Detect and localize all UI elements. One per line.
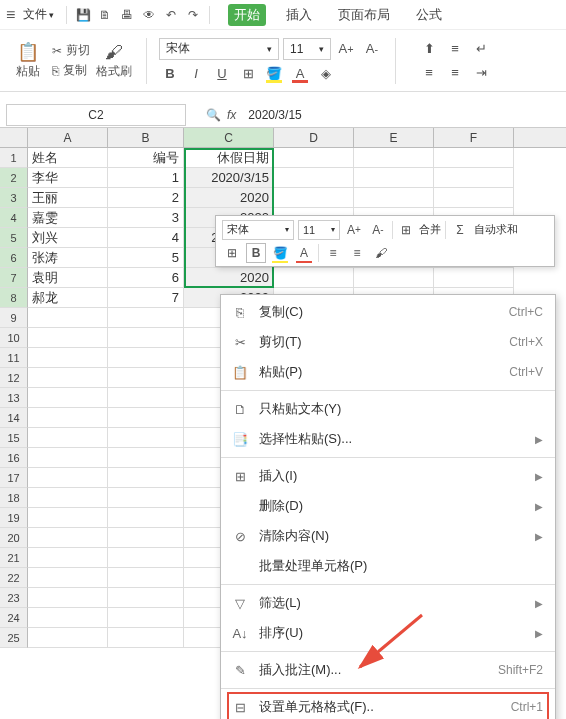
cell[interactable] xyxy=(28,568,108,588)
fx-icon[interactable]: fx xyxy=(227,108,236,122)
cell[interactable]: 4 xyxy=(108,228,184,248)
row-header[interactable]: 16 xyxy=(0,448,28,468)
row-header[interactable]: 25 xyxy=(0,628,28,648)
context-menu-item[interactable]: 批量处理单元格(P) xyxy=(221,551,555,581)
cell[interactable] xyxy=(108,508,184,528)
mini-font-color[interactable]: A xyxy=(294,243,314,263)
mini-font-dec[interactable]: A- xyxy=(368,220,388,240)
row-header[interactable]: 5 xyxy=(0,228,28,248)
cell[interactable]: 6 xyxy=(108,268,184,288)
formula-input[interactable]: 2020/3/15 xyxy=(242,104,566,126)
cell[interactable] xyxy=(28,508,108,528)
cell[interactable]: 袁明 xyxy=(28,268,108,288)
cell[interactable] xyxy=(28,608,108,628)
underline-button[interactable]: U xyxy=(211,64,233,84)
cell[interactable] xyxy=(108,548,184,568)
mini-size-select[interactable]: 11▾ xyxy=(298,220,340,240)
mini-format-painter[interactable]: 🖌 xyxy=(371,243,391,263)
row-header[interactable]: 4 xyxy=(0,208,28,228)
preview-icon[interactable]: 👁 xyxy=(139,5,159,25)
cell[interactable]: 李华 xyxy=(28,168,108,188)
redo-icon[interactable]: ↷ xyxy=(183,5,203,25)
cell[interactable] xyxy=(28,308,108,328)
bold-button[interactable]: B xyxy=(159,64,181,84)
mini-autosum-button[interactable]: Σ xyxy=(450,220,470,240)
row-header[interactable]: 14 xyxy=(0,408,28,428)
row-header[interactable]: 1 xyxy=(0,148,28,168)
cell[interactable] xyxy=(28,548,108,568)
copy-button[interactable]: ⎘复制 xyxy=(52,62,90,80)
cell[interactable]: 郝龙 xyxy=(28,288,108,308)
cell[interactable] xyxy=(28,388,108,408)
cell[interactable] xyxy=(434,268,514,288)
cut-button[interactable]: ✂剪切 xyxy=(52,42,90,60)
row-header[interactable]: 11 xyxy=(0,348,28,368)
font-increase-button[interactable]: A+ xyxy=(335,39,357,59)
cell[interactable] xyxy=(108,588,184,608)
row-header[interactable]: 7 xyxy=(0,268,28,288)
cell[interactable] xyxy=(108,388,184,408)
row-header[interactable]: 17 xyxy=(0,468,28,488)
col-header-F[interactable]: F xyxy=(434,128,514,147)
cell[interactable]: 2020 xyxy=(184,188,274,208)
cell[interactable]: 休假日期 xyxy=(184,148,274,168)
align-middle-button[interactable]: ≡ xyxy=(444,39,466,59)
context-menu-item[interactable]: 🗋 只粘贴文本(Y) xyxy=(221,394,555,424)
cell[interactable] xyxy=(28,468,108,488)
cell[interactable] xyxy=(108,568,184,588)
row-header[interactable]: 24 xyxy=(0,608,28,628)
paste-button[interactable]: 📋 粘贴 xyxy=(8,38,48,84)
search-icon[interactable]: 🔍 xyxy=(206,108,221,122)
cell[interactable]: 姓名 xyxy=(28,148,108,168)
file-menu[interactable]: 文件 ▾ xyxy=(23,6,54,23)
mini-font-select[interactable]: 宋体▾ xyxy=(222,220,294,240)
cell[interactable] xyxy=(108,628,184,648)
cell[interactable] xyxy=(354,268,434,288)
select-all-corner[interactable] xyxy=(0,128,28,147)
cell[interactable]: 编号 xyxy=(108,148,184,168)
cell[interactable]: 王丽 xyxy=(28,188,108,208)
context-menu-item[interactable]: 📋 粘贴(P) Ctrl+V xyxy=(221,357,555,387)
col-header-D[interactable]: D xyxy=(274,128,354,147)
row-header[interactable]: 3 xyxy=(0,188,28,208)
align-left-button[interactable]: ≡ xyxy=(418,63,440,83)
cell[interactable] xyxy=(274,148,354,168)
cell[interactable] xyxy=(28,348,108,368)
row-header[interactable]: 2 xyxy=(0,168,28,188)
row-header[interactable]: 21 xyxy=(0,548,28,568)
cell[interactable] xyxy=(354,148,434,168)
cell[interactable] xyxy=(434,148,514,168)
tab-start[interactable]: 开始 xyxy=(228,4,266,26)
mini-fill-color[interactable]: 🪣 xyxy=(270,243,290,263)
cell[interactable] xyxy=(274,188,354,208)
cell[interactable] xyxy=(108,488,184,508)
row-header[interactable]: 18 xyxy=(0,488,28,508)
row-header[interactable]: 15 xyxy=(0,428,28,448)
cell[interactable] xyxy=(108,468,184,488)
cell[interactable] xyxy=(28,368,108,388)
col-header-C[interactable]: C xyxy=(184,128,274,147)
row-header[interactable]: 8 xyxy=(0,288,28,308)
cell[interactable] xyxy=(354,188,434,208)
cell[interactable] xyxy=(108,328,184,348)
col-header-B[interactable]: B xyxy=(108,128,184,147)
fill-color-button[interactable]: 🪣 xyxy=(263,64,285,84)
context-menu-item[interactable]: ⊞ 插入(I) ▶ xyxy=(221,461,555,491)
row-header[interactable]: 19 xyxy=(0,508,28,528)
cell[interactable] xyxy=(28,408,108,428)
cell[interactable] xyxy=(28,448,108,468)
row-header[interactable]: 13 xyxy=(0,388,28,408)
cell[interactable]: 嘉雯 xyxy=(28,208,108,228)
format-painter-button[interactable]: 🖌 格式刷 xyxy=(94,38,134,84)
tab-formula[interactable]: 公式 xyxy=(410,4,448,26)
cell[interactable]: 5 xyxy=(108,248,184,268)
cell[interactable] xyxy=(28,428,108,448)
row-header[interactable]: 20 xyxy=(0,528,28,548)
align-center-button[interactable]: ≡ xyxy=(444,63,466,83)
row-header[interactable]: 9 xyxy=(0,308,28,328)
name-box[interactable]: C2 xyxy=(6,104,186,126)
cell[interactable]: 2020 xyxy=(184,268,274,288)
indent-button[interactable]: ⇥ xyxy=(470,63,492,83)
cell[interactable]: 1 xyxy=(108,168,184,188)
context-menu-item[interactable]: ⊟ 设置单元格格式(F).. Ctrl+1 xyxy=(221,692,555,719)
